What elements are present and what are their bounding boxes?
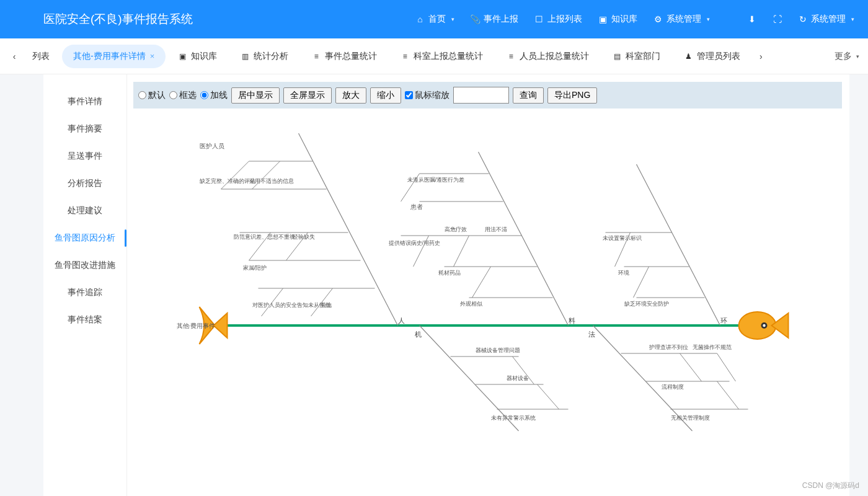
- svg-text:家属/陪护: 家属/陪护: [243, 265, 267, 271]
- sidebar-item-fishbone-improve[interactable]: 鱼骨图改进措施: [43, 252, 126, 279]
- check-mouse-zoom[interactable]: 鼠标缩放: [405, 90, 450, 101]
- svg-line-25: [479, 152, 569, 326]
- content-area: 默认 框选 加线 居中显示 全屏显示 放大 缩小 鼠标缩放 查询 导出PNG: [127, 74, 849, 496]
- chart-icon: ▥: [241, 52, 249, 61]
- tabs-next[interactable]: ›: [755, 51, 766, 62]
- svg-text:器械设备管理问题: 器械设备管理问题: [476, 347, 520, 353]
- radio-line[interactable]: 加线: [200, 90, 228, 101]
- lines-icon: ≡: [401, 52, 409, 61]
- svg-text:防范意识差、思想不重视: 防范意识差、思想不重视: [234, 234, 295, 240]
- svg-line-62: [538, 384, 559, 409]
- btn-fullscreen[interactable]: 全屏显示: [283, 87, 332, 104]
- tab-total[interactable]: ≡事件总量统计: [301, 45, 388, 68]
- svg-point-3: [763, 324, 765, 327]
- sidebar-item-analysis[interactable]: 分析报告: [43, 170, 126, 197]
- svg-point-1: [739, 312, 776, 339]
- tab-list[interactable]: 列表: [21, 45, 61, 68]
- nav-system[interactable]: ⚙ 系统管理 ▾: [653, 14, 710, 25]
- lines-icon: ≡: [507, 52, 515, 61]
- tab-admin[interactable]: ♟管理员列表: [673, 45, 751, 68]
- tab-strip: ‹ 列表 其他-费用事件详情 × ▣知识库 ▥统计分析 ≡事件总量统计 ≡科室上…: [0, 38, 868, 74]
- svg-text:未设置警示标识: 未设置警示标识: [603, 235, 642, 241]
- nav-label: 上报列表: [547, 14, 582, 25]
- svg-text:耗材药品: 耗材药品: [438, 270, 461, 276]
- nav-home[interactable]: ⌂ 首页 ▾: [415, 14, 454, 25]
- tab-dept[interactable]: ▤科室部门: [601, 45, 671, 68]
- chevron-down-icon: ▾: [851, 16, 854, 22]
- list-box-icon: ☐: [534, 15, 544, 24]
- radio-default[interactable]: 默认: [138, 90, 166, 101]
- nav-items: ⌂ 首页 ▾ 📎 事件上报 ☐ 上报列表 ▣ 知识库 ⚙ 系统管理 ▾ ⬇ ⛶ …: [415, 14, 854, 25]
- close-icon[interactable]: ×: [150, 51, 155, 61]
- chevron-down-icon: ▾: [451, 16, 454, 22]
- nav-label: 事件上报: [484, 14, 518, 25]
- sidebar-item-submit[interactable]: 呈送事件: [43, 143, 126, 170]
- btn-query[interactable]: 查询: [513, 87, 544, 104]
- svg-text:提供错误病史/用药史: 提供错误病史/用药史: [389, 240, 441, 246]
- svg-line-41: [454, 236, 469, 267]
- svg-line-74: [717, 381, 739, 409]
- svg-text:无相关管理制度: 无相关管理制度: [671, 415, 710, 421]
- svg-text:患者: 患者: [410, 203, 423, 210]
- tab-label: 人员上报总量统计: [520, 51, 589, 62]
- tab-detail[interactable]: 其他-费用事件详情 ×: [62, 45, 166, 68]
- svg-text:医护人员: 医护人员: [200, 143, 224, 149]
- nav-knowledge[interactable]: ▣ 知识库: [598, 14, 637, 25]
- top-nav: 医院安全(不良)事件报告系统 ⌂ 首页 ▾ 📎 事件上报 ☐ 上报列表 ▣ 知识…: [0, 0, 868, 38]
- fishbone-diagram[interactable]: 其他·费用事件 人 医护人员 缺乏完整、准确的评估 采用不适当的信息 防范意识差…: [133, 108, 842, 456]
- chevron-down-icon: ▾: [707, 16, 710, 22]
- diagram-toolbar: 默认 框选 加线 居中显示 全屏显示 放大 缩小 鼠标缩放 查询 导出PNG: [133, 82, 842, 108]
- svg-text:料: 料: [569, 317, 575, 324]
- sidebar-item-detail[interactable]: 事件详情: [43, 88, 126, 115]
- nav-label: 系统管理: [811, 14, 846, 25]
- sidebar-item-summary[interactable]: 事件摘要: [43, 115, 126, 143]
- gear-icon: ⚙: [653, 15, 663, 24]
- svg-text:流程制度: 流程制度: [662, 384, 684, 390]
- svg-text:机: 机: [415, 330, 422, 338]
- svg-text:其他: 其他: [321, 302, 332, 308]
- home-icon: ⌂: [415, 15, 425, 24]
- btn-export-png[interactable]: 导出PNG: [547, 87, 597, 104]
- svg-line-42: [472, 267, 491, 298]
- radio-box[interactable]: 框选: [169, 90, 197, 101]
- svg-text:高危疗效: 高危疗效: [445, 226, 467, 232]
- svg-text:对医护人员的安全告知未从性低: 对医护人员的安全告知未从性低: [252, 302, 330, 308]
- btn-center[interactable]: 居中显示: [231, 87, 280, 104]
- tabs-more[interactable]: 更多▾: [835, 51, 859, 62]
- btn-zoom-in[interactable]: 放大: [335, 87, 366, 104]
- query-input[interactable]: [453, 87, 509, 104]
- tab-stats[interactable]: ▥统计分析: [229, 45, 299, 68]
- nav-label: 系统管理: [666, 14, 701, 25]
- tabs-prev[interactable]: ‹: [9, 51, 20, 62]
- nav-report[interactable]: 📎 事件上报: [471, 14, 518, 25]
- sidebar-item-suggest[interactable]: 处理建议: [43, 197, 126, 224]
- btn-zoom-out[interactable]: 缩小: [370, 87, 401, 104]
- svg-text:采用不适当的信息: 采用不适当的信息: [249, 178, 294, 184]
- nav-system-right[interactable]: ↻ 系统管理 ▾: [798, 14, 854, 25]
- tab-dept-total[interactable]: ≡科室上报总量统计: [389, 45, 494, 68]
- sidebar-item-fishbone-cause[interactable]: 鱼骨图原因分析: [43, 224, 126, 252]
- tab-knowledge[interactable]: ▣知识库: [167, 45, 228, 68]
- svg-text:人: 人: [398, 317, 405, 324]
- sidebar-item-track[interactable]: 事件追踪: [43, 279, 126, 306]
- tab-label: 科室部门: [626, 51, 660, 62]
- dept-icon: ▤: [613, 52, 621, 61]
- svg-line-73: [717, 353, 736, 381]
- svg-line-20: [252, 161, 280, 189]
- watermark: CSDN @淘源码d: [802, 480, 859, 491]
- nav-report-list[interactable]: ☐ 上报列表: [534, 14, 582, 25]
- fullscreen-icon[interactable]: ⛶: [773, 15, 782, 24]
- svg-line-19: [221, 161, 249, 189]
- refresh-icon: ↻: [798, 15, 807, 24]
- svg-line-52: [634, 267, 649, 298]
- tab-label: 列表: [32, 51, 50, 62]
- chevron-down-icon: ▾: [856, 53, 859, 60]
- svg-text:用法不清: 用法不清: [485, 226, 507, 232]
- download-icon[interactable]: ⬇: [747, 15, 756, 24]
- lines-icon: ≡: [312, 52, 321, 61]
- tab-label: 其他-费用事件详情: [73, 51, 146, 62]
- brand-title: 医院安全(不良)事件报告系统: [43, 11, 193, 27]
- tab-person-total[interactable]: ≡人员上报总量统计: [495, 45, 600, 68]
- root-label: 其他·费用事件: [177, 322, 216, 329]
- sidebar-item-close[interactable]: 事件结案: [43, 306, 126, 334]
